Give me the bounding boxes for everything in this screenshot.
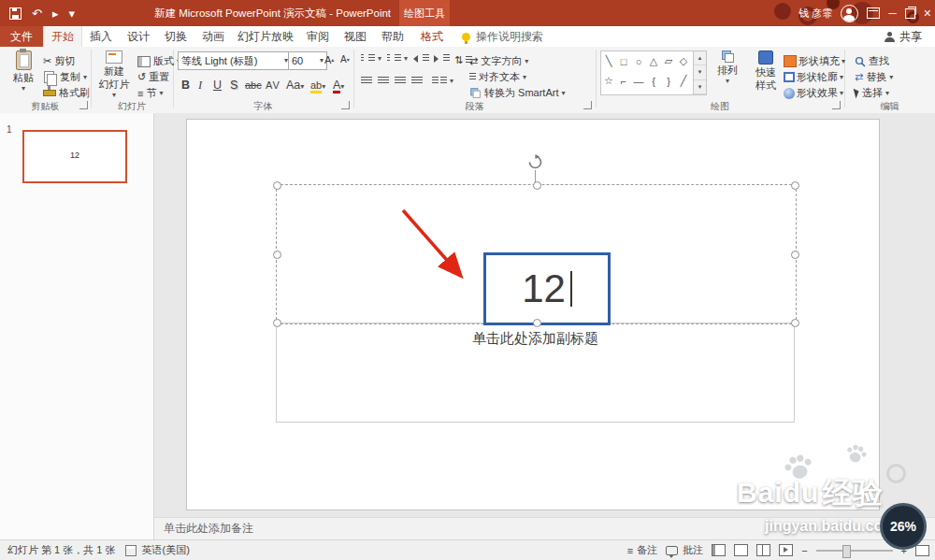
title-textbox-selected[interactable]: 12 (483, 252, 611, 325)
strikethrough-button[interactable]: abc (245, 75, 262, 91)
start-slideshow-icon[interactable]: ▸ (52, 7, 59, 20)
font-size-combobox[interactable]: 60 ▾ (288, 51, 327, 70)
tab-animations[interactable]: 动画 (194, 26, 232, 47)
shape-ellipse[interactable]: ○ (636, 56, 642, 67)
comments-toggle[interactable]: 批注 (666, 543, 703, 557)
tab-home[interactable]: 开始 (43, 26, 82, 47)
user-name[interactable]: 钱 彦霏 (798, 7, 832, 21)
zoom-in-button[interactable]: + (901, 545, 907, 556)
ribbon-display-options-icon[interactable] (867, 7, 880, 19)
shape-star[interactable]: ☆ (604, 75, 613, 87)
shape-line[interactable]: ╲ (606, 55, 612, 67)
section-button[interactable]: ≡ 节 ▾ (137, 86, 163, 100)
tab-slideshow[interactable]: 幻灯片放映 (232, 26, 299, 47)
paragraph-dialog-launcher[interactable] (583, 101, 592, 109)
format-painter-button[interactable]: 格式刷 (43, 86, 90, 100)
underline-button[interactable]: U (213, 75, 222, 91)
bullets-button[interactable]: ▾ (361, 54, 381, 63)
paste-button[interactable]: 粘贴 ▾ (7, 50, 39, 93)
reading-view-button[interactable] (756, 544, 770, 556)
resize-handle-w[interactable] (273, 251, 281, 259)
gallery-more-icon[interactable]: ▾ (694, 80, 706, 94)
zoom-slider-thumb[interactable] (842, 545, 851, 558)
find-button[interactable]: 查找 (855, 54, 889, 68)
zoom-slider[interactable] (816, 550, 893, 552)
italic-button[interactable]: I (198, 75, 202, 91)
notes-toggle[interactable]: ≡ 备注 (627, 543, 657, 557)
arrange-button[interactable]: 排列 ▾ (711, 50, 744, 85)
fit-to-window-icon[interactable] (915, 545, 929, 556)
normal-view-button[interactable] (712, 544, 726, 556)
layout-button[interactable]: 版式 ▾ (137, 54, 180, 68)
gallery-scroll-down-icon[interactable]: ▾ (694, 65, 706, 79)
tab-insert[interactable]: 插入 (82, 26, 120, 47)
columns-button[interactable]: ▾ (432, 77, 453, 85)
drawing-dialog-launcher[interactable] (832, 101, 841, 109)
bold-button[interactable]: B (181, 75, 190, 91)
tab-transitions[interactable]: 切换 (157, 26, 194, 47)
resize-handle-n[interactable] (533, 181, 541, 190)
align-right-button[interactable] (395, 77, 406, 85)
increase-indent-button[interactable] (434, 54, 450, 63)
shape-dash[interactable]: — (634, 76, 644, 87)
tab-format[interactable]: 格式 (411, 26, 453, 47)
text-shadow-button[interactable]: S (230, 75, 237, 91)
shape-corner[interactable]: ⌐ (621, 76, 626, 87)
tab-review[interactable]: 审阅 (299, 26, 337, 47)
justify-button[interactable] (411, 77, 423, 85)
align-left-button[interactable] (361, 77, 372, 85)
resize-handle-nw[interactable] (273, 181, 281, 190)
restore-button[interactable] (905, 8, 915, 19)
slide-sorter-view-button[interactable] (734, 544, 748, 556)
tell-me-search[interactable]: 操作说明搜索 (453, 26, 553, 47)
tab-help[interactable]: 帮助 (374, 26, 411, 47)
font-color-button[interactable]: A ▾ (333, 75, 344, 91)
slide-thumbnail[interactable]: 12 (22, 130, 127, 183)
replace-button[interactable]: ⇄ 替换 ▾ (855, 70, 893, 84)
slide[interactable]: 12 单击此处添加副标题 (187, 120, 879, 510)
character-spacing-button[interactable]: AV (266, 75, 280, 91)
quick-styles-button[interactable]: 快速 样式 (748, 50, 784, 91)
customize-qat-icon[interactable]: ▾ (68, 7, 75, 20)
font-dialog-launcher[interactable] (341, 101, 350, 109)
gallery-scroll-up-icon[interactable]: ▴ (694, 51, 706, 65)
shape-triangle[interactable]: △ (650, 55, 657, 67)
spellcheck-icon[interactable] (125, 545, 137, 556)
subtitle-placeholder[interactable]: 单击此处添加副标题 (276, 323, 795, 423)
shrink-font-button[interactable]: A ▾ (340, 54, 350, 65)
numbering-button[interactable]: ▾ (387, 54, 408, 63)
avatar[interactable] (841, 5, 858, 22)
zoom-out-button[interactable]: − (801, 545, 807, 556)
tab-design[interactable]: 设计 (120, 26, 157, 47)
minimize-button[interactable]: ─ (888, 7, 897, 19)
decrease-indent-button[interactable] (413, 54, 429, 63)
shape-effects-button[interactable]: 形状效果 ▾ (784, 86, 843, 100)
share-button[interactable]: 共享 (885, 26, 935, 47)
undo-icon[interactable]: ↶ (32, 7, 42, 20)
shape-brace-left[interactable]: { (652, 76, 655, 87)
resize-handle-se[interactable] (791, 319, 799, 327)
slideshow-view-button[interactable] (779, 544, 793, 556)
resize-handle-sw[interactable] (273, 319, 281, 327)
shape-diagonal[interactable]: ╱ (681, 75, 687, 87)
save-icon[interactable] (9, 7, 22, 20)
copy-button[interactable]: 复制 ▾ (43, 70, 87, 84)
select-button[interactable]: 选择 ▾ (855, 86, 889, 100)
text-direction-button[interactable]: ⇄ 文字方向 ▾ (469, 54, 528, 68)
notes-pane[interactable]: 单击此处添加备注 (154, 517, 935, 539)
clipboard-dialog-launcher[interactable] (79, 101, 88, 109)
change-case-button[interactable]: Aa ▾ (286, 75, 304, 91)
shape-outline-button[interactable]: 形状轮廓 ▾ (784, 70, 843, 84)
cut-button[interactable]: ✂ 剪切 (43, 54, 75, 68)
shape-diamond[interactable]: ◇ (680, 55, 687, 67)
reset-button[interactable]: ↺ 重置 (137, 70, 169, 84)
shape-brace-right[interactable]: } (667, 76, 670, 87)
grow-font-button[interactable]: A ▴ (324, 54, 334, 65)
shape-fill-button[interactable]: 形状填充 ▾ (784, 54, 845, 68)
tab-file[interactable]: 文件 (0, 26, 43, 47)
tab-view[interactable]: 视图 (337, 26, 374, 47)
language-status[interactable]: 英语(美国) (142, 543, 190, 557)
resize-handle-ne[interactable] (791, 181, 799, 190)
align-text-button[interactable]: 对齐文本 ▾ (469, 70, 526, 84)
resize-handle-e[interactable] (791, 251, 799, 259)
